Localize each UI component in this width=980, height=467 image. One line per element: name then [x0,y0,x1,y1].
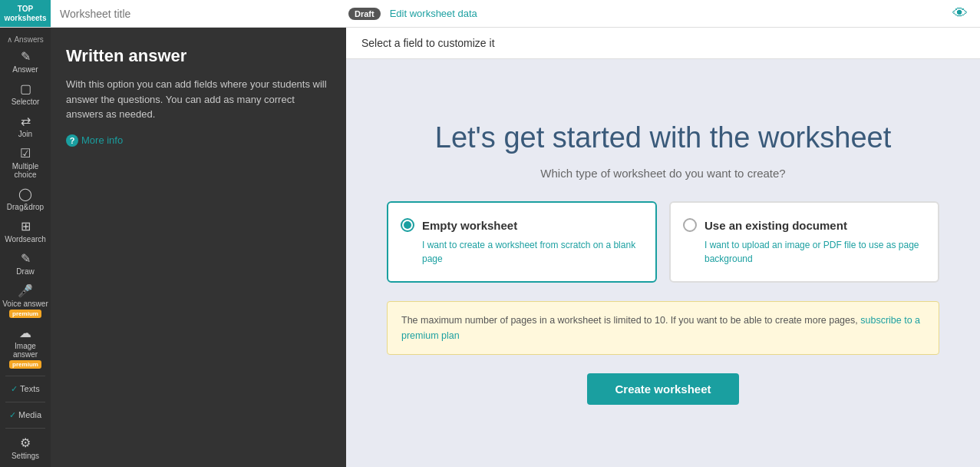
sidebar-item-selector[interactable]: ▢ Selector [0,78,51,110]
existing-document-option[interactable]: Use an existing document I want to uploa… [669,201,939,283]
more-info-label: More info [81,134,123,146]
sidebar-item-settings[interactable]: ⚙ Settings [0,432,51,464]
option2-header: Use an existing document [683,218,922,232]
sidebar-texts-item[interactable]: Texts [0,379,51,399]
sidebar-item-draw[interactable]: ✎ Draw [0,247,51,280]
select-field-bar: Select a field to customize it [346,28,980,59]
worksheet-headline: Let's get started with the worksheet [435,121,891,154]
info-box-text: The maximum number of pages in a workshe… [401,315,858,326]
written-answer-panel: Written answer With this option you can … [51,28,346,467]
sidebar-divider [5,376,46,376]
logo-line2: worksheets [4,14,46,23]
main-layout: ∧ Answers ✎ Answer ▢ Selector ⇄ Join ☑ M… [0,28,980,467]
worksheet-subtitle: Which type of worksheet do you want to c… [540,167,785,180]
option2-title: Use an existing document [704,219,847,232]
sidebar-media-item[interactable]: Media [0,406,51,425]
logo-line1: TOP [18,5,33,14]
sidebar-item-label-dd: Drag&drop [7,203,44,211]
sidebar-item-multiple-choice[interactable]: ☑ Multiple choice [0,142,51,183]
option1-title: Empty worksheet [422,219,517,232]
more-info-link[interactable]: ? More info [66,134,331,147]
sidebar: ∧ Answers ✎ Answer ▢ Selector ⇄ Join ☑ M… [0,28,51,467]
drag-drop-icon: ◯ [18,187,32,201]
sidebar-item-answer[interactable]: ✎ Answer [0,45,51,78]
answers-section-label: ∧ Answers [0,31,51,45]
content-area: Select a field to customize it Let's get… [346,28,980,467]
answer-icon: ✎ [21,49,31,64]
draft-badge: Draft [348,8,381,20]
selector-icon: ▢ [20,81,31,96]
sidebar-item-label-settings: Settings [12,452,39,460]
info-box: The maximum number of pages in a workshe… [387,301,939,355]
option1-radio [401,218,414,232]
sidebar-item-label-ws: Wordsearch [5,235,46,243]
option2-radio [683,218,697,232]
sidebar-item-label-ia: Image answer [2,342,49,359]
edit-worksheet-data-link[interactable]: Edit worksheet data [390,8,477,19]
option2-desc: I want to upload an image or PDF file to… [683,238,922,266]
preview-eye-icon[interactable]: 👁 [952,5,968,22]
sidebar-item-label-answer: Answer [12,65,38,74]
create-worksheet-button[interactable]: Create worksheet [587,373,738,405]
worksheet-content: Let's get started with the worksheet Whi… [346,59,980,467]
sidebar-divider2 [5,402,46,402]
option1-header: Empty worksheet [401,218,640,232]
settings-icon: ⚙ [20,436,31,450]
join-icon: ⇄ [21,114,31,128]
multiple-choice-icon: ☑ [20,146,31,161]
sidebar-item-label-selector: Selector [12,98,40,106]
voice-answer-icon: 🎤 [18,283,33,298]
option1-desc: I want to create a worksheet from scratc… [401,238,640,266]
image-answer-premium-badge: premium [9,360,41,369]
sidebar-item-drag-drop[interactable]: ◯ Drag&drop [0,183,51,215]
logo[interactable]: TOP worksheets [0,0,51,27]
sidebar-item-label-draw: Draw [16,267,34,276]
sidebar-item-label-mc: Multiple choice [2,162,49,179]
wordsearch-icon: ⊞ [21,219,31,234]
question-icon: ? [66,134,78,147]
panel-title: Written answer [66,46,331,66]
sidebar-item-label-join: Join [18,130,32,138]
worksheet-type-options: Empty worksheet I want to create a works… [387,201,939,283]
sidebar-divider3 [5,428,46,429]
sidebar-item-label-va: Voice answer [2,300,48,308]
empty-worksheet-option[interactable]: Empty worksheet I want to create a works… [387,201,657,283]
image-answer-icon: ☁ [19,326,31,340]
voice-answer-premium-badge: premium [9,310,41,318]
sidebar-item-image-answer[interactable]: ☁ Image answer premium [0,322,51,373]
worksheet-title-input[interactable] [51,0,342,27]
top-bar: TOP worksheets Draft Edit worksheet data… [0,0,980,28]
sidebar-item-wordsearch[interactable]: ⊞ Wordsearch [0,215,51,247]
panel-description: With this option you can add fields wher… [66,77,331,122]
draw-icon: ✎ [21,251,31,266]
sidebar-item-join[interactable]: ⇄ Join [0,110,51,142]
sidebar-item-voice-answer[interactable]: 🎤 Voice answer premium [0,280,51,322]
